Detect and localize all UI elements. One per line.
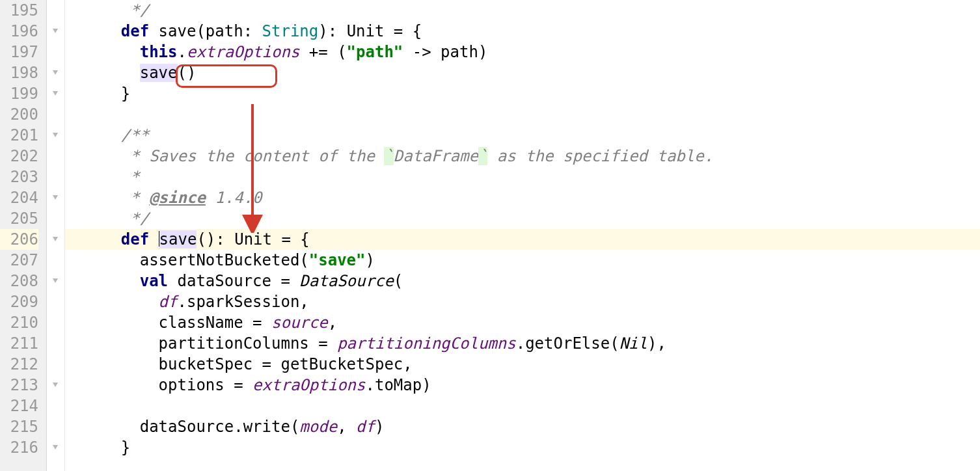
line-number: 209	[0, 291, 38, 312]
code-line[interactable]	[65, 396, 980, 416]
code-line[interactable]: def save(path: String): Unit = {	[65, 21, 980, 42]
line-number: 205	[0, 208, 38, 229]
code-line[interactable]: options = extraOptions.toMap)	[65, 375, 980, 396]
line-number: 211	[0, 333, 38, 354]
line-number-gutter: 1951961971981992002012022032042052062072…	[0, 0, 47, 471]
code-line[interactable]: className = source,	[65, 312, 980, 333]
code-editor: 1951961971981992002012022032042052062072…	[0, 0, 980, 471]
code-line[interactable]: this.extraOptions += ("path" -> path)	[65, 42, 980, 62]
line-number: 195	[0, 0, 38, 21]
fold-toggle-icon[interactable]	[51, 131, 60, 140]
code-line[interactable]: val dataSource = DataSource(	[65, 271, 980, 291]
line-number: 197	[0, 42, 38, 62]
line-number: 202	[0, 146, 38, 167]
line-number: 208	[0, 271, 38, 291]
line-number: 216	[0, 437, 38, 458]
code-line[interactable]: */	[65, 0, 980, 21]
line-number: 204	[0, 187, 38, 208]
code-line[interactable]: * Saves the content of the `DataFrame` a…	[65, 146, 980, 167]
code-area[interactable]: */ def save(path: String): Unit = { this…	[65, 0, 980, 471]
fold-toggle-icon[interactable]	[51, 443, 60, 452]
line-number: 212	[0, 354, 38, 375]
code-line[interactable]: partitionColumns = partitioningColumns.g…	[65, 333, 980, 354]
fold-toggle-icon[interactable]	[51, 276, 60, 286]
fold-gutter	[47, 0, 65, 471]
code-line[interactable]: }	[65, 437, 980, 458]
line-number: 206	[0, 229, 38, 250]
code-line[interactable]: dataSource.write(mode, df)	[65, 416, 980, 437]
line-number: 201	[0, 125, 38, 146]
line-number: 198	[0, 62, 38, 83]
text-caret	[159, 231, 159, 247]
fold-toggle-icon[interactable]	[51, 68, 60, 77]
line-number: 210	[0, 312, 38, 333]
line-number: 196	[0, 21, 38, 42]
line-number: 213	[0, 375, 38, 396]
code-line[interactable]: assertNotBucketed("save")	[65, 250, 980, 271]
line-number: 214	[0, 396, 38, 416]
code-line[interactable]: }	[65, 83, 980, 104]
code-line-active[interactable]: def save(): Unit = {	[65, 229, 980, 250]
line-number: 199	[0, 83, 38, 104]
line-number: 203	[0, 167, 38, 187]
code-line[interactable]: *	[65, 167, 980, 187]
line-number: 215	[0, 416, 38, 437]
fold-toggle-icon[interactable]	[51, 235, 60, 244]
code-line[interactable]: save()	[65, 62, 980, 83]
line-number: 200	[0, 104, 38, 125]
fold-toggle-icon[interactable]	[51, 27, 60, 36]
fold-toggle-icon[interactable]	[51, 381, 60, 390]
code-line[interactable]: */	[65, 208, 980, 229]
fold-toggle-icon[interactable]	[51, 89, 60, 98]
line-number: 207	[0, 250, 38, 271]
code-line[interactable]: bucketSpec = getBucketSpec,	[65, 354, 980, 375]
fold-toggle-icon[interactable]	[51, 193, 60, 202]
code-line[interactable]: * @since 1.4.0	[65, 187, 980, 208]
code-line[interactable]: df.sparkSession,	[65, 291, 980, 312]
code-line[interactable]: /**	[65, 125, 980, 146]
code-line[interactable]	[65, 104, 980, 125]
